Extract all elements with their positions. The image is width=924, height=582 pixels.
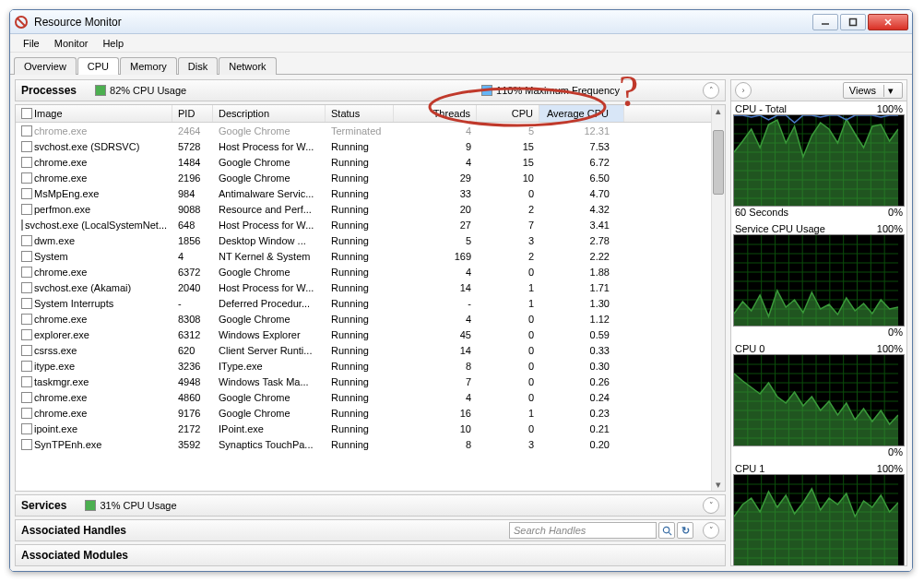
checkbox-all[interactable] — [21, 108, 32, 119]
search-handles-input[interactable]: Search Handles — [509, 522, 657, 539]
table-row[interactable]: ipoint.exe2172IPoint.exeRunning1000.21 — [16, 421, 711, 436]
app-icon — [14, 15, 29, 30]
table-row[interactable]: svchost.exe (SDRSVC)5728Host Process for… — [16, 138, 711, 154]
processes-table: Image PID Description Status Threads CPU… — [15, 104, 726, 492]
svg-point-6 — [663, 527, 669, 532]
table-row[interactable]: svchost.exe (LocalSystemNet...648Host Pr… — [16, 217, 711, 232]
table-row[interactable]: taskmgr.exe4948Windows Task Ma...Running… — [16, 374, 711, 389]
table-row[interactable]: chrome.exe1484Google ChromeRunning4156.7… — [16, 154, 711, 170]
green-box-icon — [85, 500, 96, 511]
tab-disk[interactable]: Disk — [178, 57, 218, 75]
row-checkbox[interactable] — [21, 251, 32, 262]
row-checkbox[interactable] — [21, 141, 32, 152]
minimize-button[interactable] — [812, 14, 838, 30]
services-header[interactable]: Services 31% CPU Usage ˅ — [15, 494, 726, 517]
menu-help[interactable]: Help — [95, 36, 131, 51]
menu-monitor[interactable]: Monitor — [47, 36, 96, 51]
col-threads[interactable]: Threads — [394, 105, 477, 122]
table-row[interactable]: chrome.exe2464Google ChromeTerminated451… — [16, 123, 711, 138]
collapse-charts-button[interactable]: › — [735, 82, 752, 99]
row-checkbox[interactable] — [21, 329, 32, 340]
col-cpu[interactable]: CPU — [477, 105, 539, 122]
row-checkbox[interactable] — [21, 267, 32, 278]
table-row[interactable]: explorer.exe6312Windows ExplorerRunning4… — [16, 327, 711, 342]
tab-cpu[interactable]: CPU — [77, 57, 119, 75]
collapse-handles-button[interactable]: ˅ — [703, 522, 719, 539]
titlebar: Resource Monitor — [10, 10, 912, 34]
col-pid[interactable]: PID — [172, 105, 213, 122]
row-checkbox[interactable] — [21, 125, 32, 137]
resource-monitor-window: Resource Monitor File Monitor Help Overv… — [9, 9, 913, 572]
maximize-button[interactable] — [840, 14, 866, 30]
table-row[interactable]: System4NT Kernel & SystemRunning16922.22 — [16, 248, 711, 264]
views-button[interactable]: Views ▾ — [843, 82, 903, 99]
table-row[interactable]: System Interrupts-Deferred Procedur...Ru… — [16, 295, 711, 311]
tab-network[interactable]: Network — [219, 57, 276, 75]
charts-panel: › Views ▾ CPU - Total100%60 Seconds0%Ser… — [730, 79, 907, 566]
row-checkbox[interactable] — [21, 188, 32, 199]
row-checkbox[interactable] — [21, 282, 32, 293]
row-checkbox[interactable] — [21, 345, 32, 356]
scrollbar-thumb[interactable] — [713, 130, 724, 195]
svg-marker-28 — [734, 119, 898, 207]
refresh-icon[interactable]: ↻ — [677, 522, 693, 539]
table-header: Image PID Description Status Threads CPU… — [16, 105, 711, 123]
blue-box-icon — [481, 85, 492, 96]
table-body[interactable]: chrome.exe2464Google ChromeTerminated451… — [16, 123, 711, 491]
row-checkbox[interactable] — [21, 376, 32, 387]
chevron-down-icon: ▾ — [883, 85, 896, 97]
row-checkbox[interactable] — [21, 439, 32, 450]
chart-service-cpu-usage: Service CPU Usage100%0% — [733, 223, 905, 338]
close-button[interactable] — [868, 14, 908, 30]
green-box-icon — [95, 85, 106, 96]
table-row[interactable]: chrome.exe6372Google ChromeRunning401.88 — [16, 264, 711, 279]
row-checkbox[interactable] — [21, 204, 32, 215]
row-checkbox[interactable] — [21, 235, 32, 246]
collapse-services-button[interactable]: ˅ — [703, 497, 719, 514]
chart-cpu-total: CPU - Total100%60 Seconds0% — [733, 103, 905, 218]
tab-memory[interactable]: Memory — [120, 57, 177, 75]
row-checkbox[interactable] — [21, 361, 32, 372]
col-image[interactable]: Image — [16, 105, 172, 122]
col-status[interactable]: Status — [326, 105, 394, 122]
row-checkbox[interactable] — [21, 172, 32, 184]
table-row[interactable]: perfmon.exe9088Resource and Perf...Runni… — [16, 201, 711, 217]
processes-title: Processes — [21, 84, 77, 97]
chart-cpu-0: CPU 0100%0% — [733, 343, 905, 457]
row-checkbox[interactable] — [21, 157, 32, 168]
table-row[interactable]: svchost.exe (Akamai)2040Host Process for… — [16, 279, 711, 295]
row-checkbox[interactable] — [21, 392, 32, 403]
col-description[interactable]: Description — [213, 105, 326, 122]
row-checkbox[interactable] — [21, 220, 23, 231]
menu-file[interactable]: File — [16, 36, 47, 51]
associated-handles-header[interactable]: Associated Handles Search Handles ↻ ˅ — [15, 519, 726, 541]
col-average-cpu[interactable]: Average CPU — [539, 105, 624, 122]
vertical-scrollbar[interactable]: ▴ ▾ — [711, 105, 725, 491]
menubar: File Monitor Help — [10, 34, 912, 53]
cpu-usage-indicator: 82% CPU Usage — [95, 85, 186, 96]
max-freq-indicator: 110% Maximum Frequency — [481, 85, 620, 96]
table-row[interactable]: chrome.exe4860Google ChromeRunning400.24 — [16, 389, 711, 405]
table-row[interactable]: SynTPEnh.exe3592Synaptics TouchPa...Runn… — [16, 436, 711, 452]
table-row[interactable]: MsMpEng.exe984Antimalware Servic...Runni… — [16, 185, 711, 201]
processes-header[interactable]: Processes 82% CPU Usage 110% Maximum Fre… — [15, 79, 726, 101]
charts-panel-header: › Views ▾ — [730, 79, 907, 101]
table-row[interactable]: chrome.exe2196Google ChromeRunning29106.… — [16, 170, 711, 185]
table-row[interactable]: itype.exe3236IType.exeRunning800.30 — [16, 358, 711, 374]
row-checkbox[interactable] — [21, 423, 32, 434]
tab-overview[interactable]: Overview — [14, 57, 77, 75]
table-row[interactable]: chrome.exe9176Google ChromeRunning1610.2… — [16, 405, 711, 421]
collapse-processes-button[interactable]: ˄ — [703, 82, 719, 99]
tab-strip: Overview CPU Memory Disk Network — [10, 53, 912, 75]
row-checkbox[interactable] — [21, 298, 32, 309]
search-icon[interactable] — [658, 522, 675, 539]
table-row[interactable]: csrss.exe620Client Server Runti...Runnin… — [16, 342, 711, 358]
svg-line-7 — [669, 532, 671, 535]
table-row[interactable]: chrome.exe8308Google ChromeRunning401.12 — [16, 311, 711, 327]
row-checkbox[interactable] — [21, 408, 32, 419]
row-checkbox[interactable] — [21, 314, 32, 325]
associated-modules-header[interactable]: Associated Modules — [15, 544, 726, 566]
svg-rect-3 — [850, 18, 857, 25]
svg-line-1 — [18, 18, 25, 26]
table-row[interactable]: dwm.exe1856Desktop Window ...Running532.… — [16, 232, 711, 248]
